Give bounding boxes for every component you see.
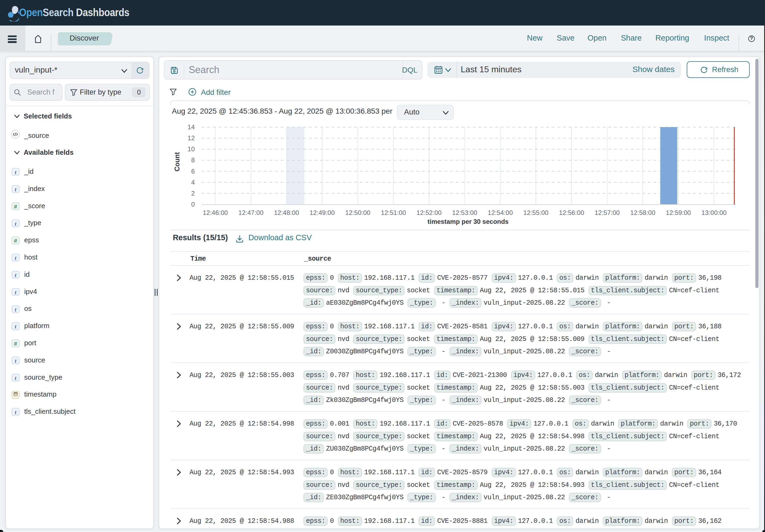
- svg-text:10: 10: [188, 145, 195, 152]
- svg-text:12:51:00: 12:51:00: [381, 209, 406, 216]
- svg-text:12:48:00: 12:48:00: [274, 209, 299, 216]
- svg-text:12:47:00: 12:47:00: [238, 209, 263, 216]
- svg-text:12:46:00: 12:46:00: [203, 209, 228, 216]
- svg-text:12:55:00: 12:55:00: [523, 209, 548, 216]
- svg-text:4: 4: [191, 179, 195, 186]
- svg-text:12:50:00: 12:50:00: [346, 209, 371, 216]
- svg-text:12:49:00: 12:49:00: [310, 209, 335, 216]
- svg-text:12:58:00: 12:58:00: [630, 209, 655, 216]
- svg-text:Count: Count: [173, 152, 181, 171]
- svg-text:12:59:00: 12:59:00: [666, 209, 691, 216]
- svg-text:12: 12: [188, 134, 195, 141]
- svg-text:12:52:00: 12:52:00: [417, 209, 442, 216]
- svg-text:2: 2: [191, 190, 195, 197]
- svg-text:12:56:00: 12:56:00: [559, 209, 584, 216]
- svg-text:timestamp per 30 seconds: timestamp per 30 seconds: [428, 218, 509, 225]
- svg-text:12:53:00: 12:53:00: [452, 209, 477, 216]
- svg-text:8: 8: [191, 156, 195, 164]
- svg-text:12:57:00: 12:57:00: [595, 209, 620, 216]
- svg-text:0: 0: [191, 201, 195, 208]
- svg-text:13:00:00: 13:00:00: [701, 209, 727, 216]
- svg-text:14: 14: [188, 123, 195, 131]
- svg-text:12:54:00: 12:54:00: [488, 209, 513, 216]
- svg-text:6: 6: [191, 168, 195, 175]
